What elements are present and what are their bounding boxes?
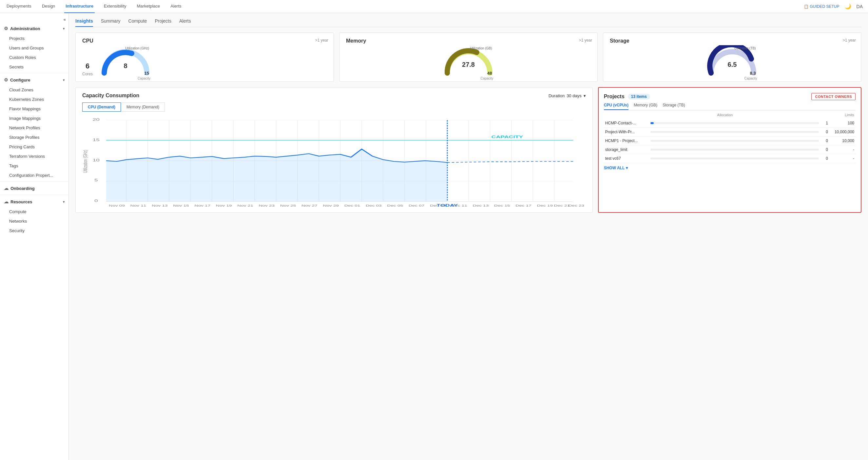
- sidebar-item-compute[interactable]: Compute: [0, 207, 68, 217]
- duration-selector[interactable]: Duration 30 days ▾: [549, 93, 586, 98]
- svg-text:Nov 29: Nov 29: [323, 204, 339, 207]
- sidebar-item-storage-profiles[interactable]: Storage Profiles: [0, 133, 68, 142]
- sidebar-section-resources[interactable]: ☁ Resources ▾: [0, 196, 68, 207]
- sidebar-item-image-mappings[interactable]: Image Mappings: [0, 113, 68, 123]
- sidebar-item-flavor-mappings[interactable]: Flavor Mappings: [0, 104, 68, 113]
- nav-item-infrastructure[interactable]: Infrastructure: [64, 0, 95, 13]
- memory-util-label: Utilization (GB): [470, 46, 492, 50]
- storage-period: >1 year: [843, 38, 856, 42]
- proj-row-4-name: test vc67: [605, 156, 648, 161]
- proj-row-3-bar: [650, 149, 819, 151]
- projects-title: Projects: [604, 94, 624, 100]
- sidebar-item-config-properties[interactable]: Configuration Propert...: [0, 171, 68, 180]
- storage-title: Storage: [610, 38, 855, 44]
- cpu-gauge-container: 6 Cores 8 15 Capacity Utilizatio: [82, 45, 327, 76]
- sidebar-item-projects[interactable]: Projects: [0, 34, 68, 43]
- sidebar-item-network-profiles[interactable]: Network Profiles: [0, 123, 68, 133]
- sidebar-item-secrets[interactable]: Secrets: [0, 62, 68, 72]
- sidebar-item-kubernetes-zones[interactable]: Kubernetes Zones: [0, 95, 68, 104]
- show-all-btn[interactable]: SHOW ALL ▾: [604, 166, 856, 170]
- svg-text:Dec 17: Dec 17: [516, 204, 531, 207]
- nav-item-design[interactable]: Design: [41, 0, 56, 13]
- metrics-row: CPU >1 year 6 Cores 8: [75, 32, 862, 82]
- user-avatar[interactable]: DA: [857, 4, 863, 9]
- storage-gauge-container: 6.5 8.3 Capacity Utilization (TB): [610, 45, 855, 76]
- tab-compute[interactable]: Compute: [128, 18, 147, 27]
- chart-tab-memory[interactable]: Memory (Demand): [121, 102, 165, 112]
- nav-item-marketplace[interactable]: Marketplace: [136, 0, 161, 13]
- proj-row-1[interactable]: Project-With-Pr... 0 10,000,000: [604, 128, 856, 136]
- memory-capacity-label: Capacity: [481, 77, 493, 80]
- sidebar-item-security[interactable]: Security: [0, 226, 68, 235]
- collapse-icon: «: [64, 17, 66, 22]
- proj-tab-memory[interactable]: Memory (GB): [634, 103, 657, 110]
- svg-text:Dec 09: Dec 09: [430, 204, 446, 207]
- storage-metric-card: Storage >1 year 6.5 8.3 Capacity Utiliza…: [603, 32, 862, 82]
- chart-tab-cpu[interactable]: CPU (Demand): [82, 102, 121, 112]
- proj-row-1-alloc: 0: [822, 130, 828, 134]
- proj-row-3-name: storage_limit: [605, 147, 648, 152]
- svg-text:Dec 15: Dec 15: [494, 204, 510, 207]
- proj-row-2-name: HCMP1 - Project...: [605, 138, 648, 143]
- sidebar-section-administration[interactable]: ⚙ Administration ▾: [0, 23, 68, 34]
- proj-row-3-limit: -: [828, 147, 854, 152]
- sidebar-item-networks[interactable]: Networks: [0, 217, 68, 226]
- duration-chevron-icon: ▾: [584, 93, 586, 98]
- proj-row-4-limit: -: [828, 156, 854, 161]
- contact-owners-button[interactable]: CONTACT OWNERS: [811, 93, 856, 100]
- proj-row-2[interactable]: HCMP1 - Project... 0 10,000: [604, 136, 856, 145]
- proj-row-0-bar: [650, 122, 819, 124]
- tab-insights[interactable]: Insights: [75, 18, 93, 27]
- top-nav: Deployments Design Infrastructure Extens…: [0, 0, 868, 13]
- storage-capacity-value: 8.3: [750, 71, 755, 76]
- svg-text:Nov 11: Nov 11: [130, 204, 147, 207]
- sidebar-item-pricing-cards[interactable]: Pricing Cards: [0, 142, 68, 152]
- sidebar-item-cloud-zones[interactable]: Cloud Zones: [0, 85, 68, 95]
- admin-chevron-icon: ▾: [63, 27, 65, 30]
- nav-item-extensibility[interactable]: Extensibility: [102, 0, 128, 13]
- theme-toggle[interactable]: 🌙: [845, 3, 851, 9]
- alloc-header: Allocation: [717, 113, 733, 117]
- nav-item-alerts[interactable]: Alerts: [169, 0, 183, 13]
- sidebar-section-onboarding[interactable]: ☁ Onboarding: [0, 183, 68, 194]
- tab-alerts[interactable]: Alerts: [179, 18, 191, 27]
- svg-text:5: 5: [94, 178, 98, 183]
- sidebar-item-tags[interactable]: Tags: [0, 161, 68, 171]
- proj-tab-cpu[interactable]: CPU (vCPUs): [604, 103, 628, 110]
- proj-row-0-alloc: 1: [822, 121, 828, 125]
- svg-text:Nov 27: Nov 27: [302, 204, 317, 207]
- sidebar-collapse-btn[interactable]: «: [0, 16, 68, 23]
- tab-summary[interactable]: Summary: [101, 18, 121, 27]
- storage-current-value: 6.5: [706, 61, 758, 68]
- svg-text:CAPACITY: CAPACITY: [492, 135, 523, 139]
- nav-item-deployments[interactable]: Deployments: [5, 0, 33, 13]
- sidebar-item-custom-roles[interactable]: Custom Roles: [0, 53, 68, 62]
- onboarding-icon: ☁: [4, 186, 8, 191]
- proj-row-3[interactable]: storage_limit 0 -: [604, 145, 856, 154]
- svg-text:Nov 09: Nov 09: [109, 204, 125, 207]
- memory-title: Memory: [346, 38, 591, 44]
- show-all-chevron-icon: ▾: [626, 166, 628, 170]
- svg-text:Dec 01: Dec 01: [344, 204, 361, 207]
- proj-row-0[interactable]: HCMP-Contact-... 1 100: [604, 119, 856, 128]
- memory-capacity-value: 48: [487, 71, 492, 76]
- projects-badge: 13 items: [628, 94, 650, 100]
- limits-header: Limits: [845, 113, 854, 117]
- tab-projects[interactable]: Projects: [155, 18, 172, 27]
- cpu-util-label: Utilization (GHz): [125, 46, 149, 50]
- storage-gauge: 6.5 8.3 Capacity Utilization (TB): [706, 45, 758, 76]
- proj-row-3-alloc: 0: [822, 147, 828, 152]
- proj-row-4-bar: [650, 158, 819, 159]
- proj-row-4[interactable]: test vc67 0 -: [604, 154, 856, 163]
- svg-text:0: 0: [94, 199, 98, 203]
- svg-text:Dec 19: Dec 19: [537, 204, 553, 207]
- sidebar-item-terraform-versions[interactable]: Terraform Versions: [0, 152, 68, 161]
- sidebar-section-configure[interactable]: ⚙ Configure ▾: [0, 75, 68, 85]
- sidebar-item-users-groups[interactable]: Users and Groups: [0, 43, 68, 53]
- cpu-metric-card: CPU >1 year 6 Cores 8: [75, 32, 334, 82]
- content-area: Insights Summary Compute Projects Alerts…: [69, 13, 868, 460]
- guided-setup-btn[interactable]: 📋 GUIDED SETUP: [804, 4, 839, 9]
- proj-row-0-bar-fill: [650, 122, 654, 124]
- cpu-current-value: 8: [99, 62, 152, 70]
- proj-tab-storage[interactable]: Storage (TB): [662, 103, 685, 110]
